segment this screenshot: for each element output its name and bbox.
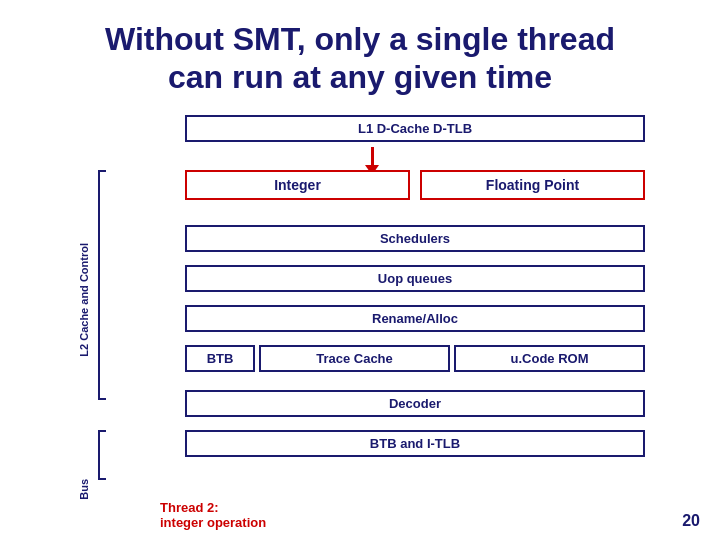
fp-label: Floating Point (486, 177, 579, 193)
l2-cache-label: L2 Cache and Control (78, 243, 90, 357)
trace-cache-box: Trace Cache (259, 345, 450, 372)
l1-label: L1 D-Cache D-TLB (358, 121, 472, 136)
decoder-box: Decoder (185, 390, 645, 417)
btb-label: BTB (207, 351, 234, 366)
btb-row: BTB Trace Cache u.Code ROM (105, 345, 645, 372)
integer-label: Integer (274, 177, 321, 193)
rename-label: Rename/Alloc (372, 311, 458, 326)
title-line1: Without SMT, only a single thread (105, 21, 615, 57)
btb-itlb-box: BTB and I-TLB (185, 430, 645, 457)
uop-box: Uop queues (185, 265, 645, 292)
schedulers-label: Schedulers (380, 231, 450, 246)
bus-label: Bus (78, 479, 90, 500)
schedulers-box: Schedulers (185, 225, 645, 252)
l1-box: L1 D-Cache D-TLB (185, 115, 645, 142)
decoder-label: Decoder (389, 396, 441, 411)
title-line2: can run at any given time (168, 59, 552, 95)
thread-note: Thread 2:integer operation (160, 500, 266, 530)
btb-box: BTB (185, 345, 255, 372)
integer-box: Integer (185, 170, 410, 200)
main-content: L1 D-Cache D-TLB Integer Floating Point … (105, 115, 645, 525)
l2-bracket (98, 170, 106, 400)
slide-title: Without SMT, only a single thread can ru… (20, 20, 700, 97)
l2-label-wrap: L2 Cache and Control (70, 155, 98, 445)
slide: Without SMT, only a single thread can ru… (0, 0, 720, 540)
int-fp-row: Integer Floating Point (185, 170, 645, 200)
arrow-line (371, 147, 374, 165)
thread-note-text: Thread 2:integer operation (160, 500, 266, 530)
trace-label: Trace Cache (316, 351, 393, 366)
bus-label-wrap: Bus (70, 460, 98, 520)
btb-itlb-label: BTB and I-TLB (370, 436, 460, 451)
diagram-container: L2 Cache and Control Bus L1 D-Cache D-TL… (70, 115, 650, 505)
uop-label: Uop queues (378, 271, 452, 286)
rename-box: Rename/Alloc (185, 305, 645, 332)
ucode-label: u.Code ROM (511, 351, 589, 366)
bus-bracket (98, 430, 106, 480)
fp-box: Floating Point (420, 170, 645, 200)
page-number: 20 (682, 512, 700, 530)
ucode-box: u.Code ROM (454, 345, 645, 372)
